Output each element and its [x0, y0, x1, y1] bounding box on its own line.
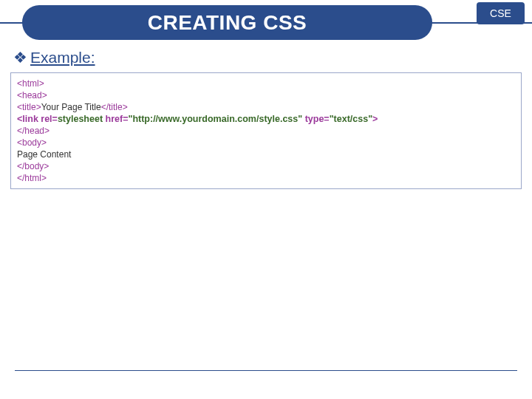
diamond-bullet-icon: ❖	[13, 49, 27, 66]
code-line: Page Content	[17, 149, 515, 160]
code-line: <body>	[17, 137, 515, 149]
code-line: </body>	[17, 160, 515, 172]
example-text: Example:	[30, 49, 95, 66]
code-line: </html>	[17, 172, 515, 184]
example-heading: ❖Example:	[13, 49, 95, 66]
code-line: <html>	[17, 78, 515, 89]
corner-badge: CSE	[477, 2, 525, 24]
page-title: CREATING CSS	[148, 11, 307, 35]
code-line: <title>Your Page Title</title>	[17, 101, 515, 113]
code-line: </head>	[17, 125, 515, 137]
footer-rule	[15, 370, 517, 371]
badge-label: CSE	[490, 7, 511, 19]
code-line: <head>	[17, 89, 515, 101]
title-pill: CREATING CSS	[22, 5, 432, 40]
code-example-box: <html><head><title>Your Page Title</titl…	[10, 72, 522, 189]
code-line: <link rel=stylesheet href="http://www.yo…	[17, 113, 515, 125]
